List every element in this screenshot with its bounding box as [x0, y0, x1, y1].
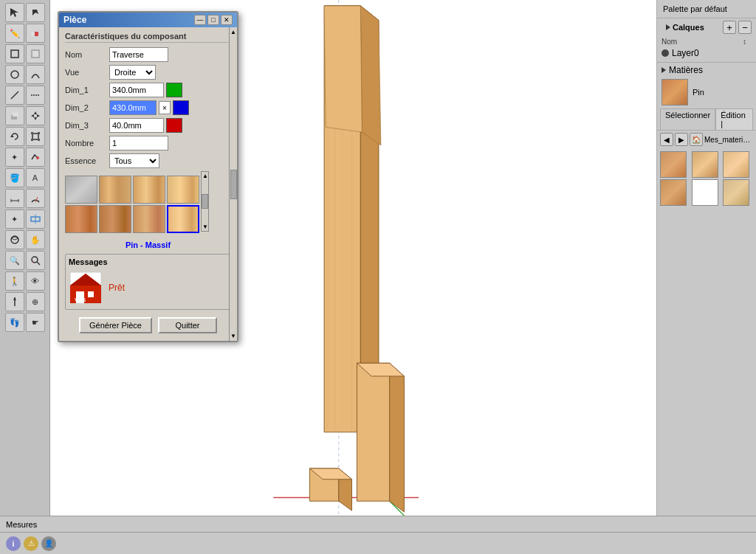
- vue-select[interactable]: Droite Face Dessus: [109, 65, 156, 80]
- dialog-scroll-up[interactable]: ▲: [230, 29, 236, 35]
- dim2-input[interactable]: [109, 100, 157, 115]
- svg-line-25: [35, 197, 38, 202]
- texture-swatch-5[interactable]: [99, 205, 131, 233]
- scroll-up-button[interactable]: ▲: [202, 172, 208, 180]
- dim3-color-swatch[interactable]: [166, 118, 182, 133]
- mat-tab-selectionner[interactable]: Sélectionner: [660, 108, 715, 130]
- tool-axes[interactable]: [5, 292, 24, 311]
- mat-cell-3[interactable]: [723, 151, 749, 178]
- calques-remove-button[interactable]: −: [738, 21, 752, 34]
- tool-foot[interactable]: 👣: [5, 313, 24, 332]
- tool-line[interactable]: [5, 86, 24, 105]
- dialog-scroll-thumb[interactable]: [230, 170, 237, 199]
- calques-header: Calques + −: [657, 18, 756, 36]
- mat-nav-home-button[interactable]: 🏠: [690, 133, 703, 146]
- selected-texture-label: Pin - Massif: [65, 240, 231, 249]
- tool-tape[interactable]: [26, 86, 45, 105]
- tool-interact[interactable]: ☛: [26, 313, 45, 332]
- dim1-input[interactable]: [109, 83, 164, 97]
- nom-input[interactable]: [109, 47, 168, 62]
- tool-move[interactable]: [26, 106, 45, 125]
- tool-text[interactable]: A: [26, 168, 45, 187]
- tool-component[interactable]: ✦: [5, 210, 24, 229]
- tool-zoom-in[interactable]: 🔍: [5, 251, 24, 270]
- dim3-input[interactable]: [109, 118, 164, 133]
- tool-pencil[interactable]: ✏️: [5, 24, 24, 43]
- tool-rotate[interactable]: [5, 127, 24, 146]
- tool-walk[interactable]: 🚶: [5, 271, 24, 291]
- mat-cell-1[interactable]: [660, 151, 687, 178]
- texture-swatch-1[interactable]: [99, 176, 131, 204]
- calques-layer0-row[interactable]: Layer0: [657, 47, 756, 59]
- dialog-minimize-button[interactable]: —: [194, 15, 206, 25]
- section-header: Caractéristiques du composant: [65, 32, 231, 43]
- tool-texture[interactable]: [26, 44, 45, 63]
- texture-swatch-6[interactable]: [133, 205, 165, 233]
- mat-nav-forward-button[interactable]: ▶: [675, 133, 688, 146]
- tool-paint[interactable]: 🪣: [5, 168, 24, 187]
- tool-push[interactable]: [5, 106, 24, 125]
- dialog-close-button[interactable]: ✕: [221, 15, 233, 25]
- tool-hand[interactable]: ✋: [26, 230, 45, 249]
- canvas-area[interactable]: Pièce — □ ✕ Caractéristiques du composan…: [50, 0, 656, 516]
- texture-swatch-selected[interactable]: [167, 205, 199, 233]
- dim2-color-swatch[interactable]: [173, 100, 189, 115]
- tool-arc[interactable]: [26, 65, 45, 84]
- texture-swatch-2[interactable]: [133, 176, 165, 204]
- tool-group-10: [5, 189, 45, 208]
- svg-rect-5: [32, 51, 38, 57]
- tool-group-14: 🚶 👁: [5, 271, 45, 291]
- mat-cell-4[interactable]: [660, 179, 687, 206]
- tool-square[interactable]: [5, 44, 24, 63]
- tool-scale[interactable]: [26, 127, 45, 146]
- quit-button[interactable]: Quitter: [158, 317, 217, 333]
- generate-button[interactable]: Générer Pièce: [79, 317, 152, 333]
- scroll-thumb[interactable]: [202, 194, 208, 209]
- status-icon-user[interactable]: 👤: [41, 536, 56, 551]
- texture-swatch-3[interactable]: [167, 176, 199, 204]
- dim1-color-swatch[interactable]: [166, 83, 182, 97]
- mat-cell-5[interactable]: [692, 179, 718, 206]
- dim3-input-group: [109, 118, 182, 133]
- dialog-maximize-button[interactable]: □: [207, 15, 219, 25]
- tool-protractor[interactable]: [26, 189, 45, 208]
- dialog-titlebar[interactable]: Pièce — □ ✕: [59, 13, 237, 27]
- dialog-scrollbar[interactable]: ▲ ▼: [229, 27, 237, 341]
- tool-section[interactable]: [26, 210, 45, 229]
- svg-marker-0: [10, 8, 18, 17]
- scroll-down-button[interactable]: ▼: [202, 223, 208, 231]
- tool-eraser[interactable]: [26, 24, 45, 43]
- svg-rect-18: [38, 132, 40, 134]
- tool-zoom-orbit[interactable]: [5, 230, 24, 249]
- texture-swatch-4[interactable]: [65, 205, 97, 233]
- status-icon-warning[interactable]: ⚠: [24, 536, 38, 551]
- mat-cell-6[interactable]: [723, 179, 749, 206]
- mat-nav-back-button[interactable]: ◀: [660, 133, 673, 146]
- mat-tab-edition[interactable]: Édition |: [715, 108, 753, 130]
- tool-star[interactable]: ✦: [5, 148, 24, 167]
- tool-dimension[interactable]: [5, 189, 24, 208]
- dim2-clear-button[interactable]: ×: [159, 101, 171, 114]
- mat-main-thumbnail[interactable]: [662, 79, 688, 105]
- tool-follow[interactable]: [26, 148, 45, 167]
- matieres-section: Matières Pin Sélectionner Édition | ◀ ▶ …: [657, 63, 756, 516]
- tool-cursor[interactable]: [5, 3, 24, 22]
- tool-group-15: ⊕: [5, 292, 45, 311]
- tool-compass[interactable]: ⊕: [26, 292, 45, 311]
- tool-circle[interactable]: [5, 65, 24, 84]
- dim1-input-group: [109, 83, 182, 97]
- tool-group-3: [5, 44, 45, 63]
- texture-swatch-gray[interactable]: [65, 176, 97, 204]
- mat-main-name: Pin: [693, 88, 704, 97]
- calques-add-button[interactable]: +: [723, 21, 736, 34]
- mat-grid: [657, 148, 756, 209]
- tool-arrow2[interactable]: [26, 3, 45, 22]
- nombre-input[interactable]: [109, 136, 168, 150]
- tool-eye[interactable]: 👁: [26, 271, 45, 291]
- status-icon-info[interactable]: i: [6, 536, 21, 551]
- tool-zoom-out[interactable]: [26, 251, 45, 270]
- mat-cell-2[interactable]: [692, 151, 718, 178]
- essence-select[interactable]: Tous Pin Chêne Hêtre: [109, 153, 159, 168]
- app-container: ✏️: [0, 0, 756, 554]
- dialog-scroll-down[interactable]: ▼: [230, 333, 236, 339]
